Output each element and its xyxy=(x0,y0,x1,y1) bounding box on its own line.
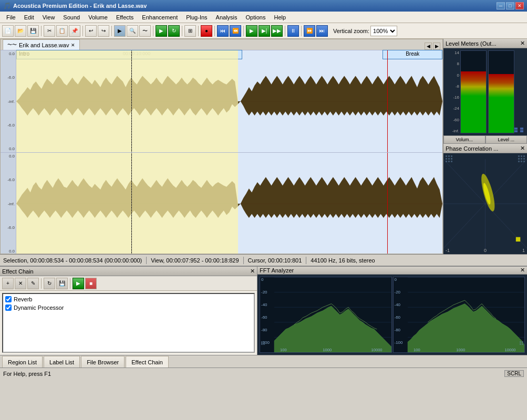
effect-dynamic-processor-checkbox[interactable] xyxy=(5,304,12,311)
track1-waveform[interactable] xyxy=(16,50,442,152)
main-tab[interactable]: 〜〜 Erik and Lasse.wav ✕ xyxy=(3,39,80,50)
window-controls[interactable]: ─ □ ✕ xyxy=(497,2,524,9)
menu-options[interactable]: Options xyxy=(242,13,270,22)
close-button[interactable]: ✕ xyxy=(515,2,524,9)
toolbar-play[interactable]: ▶ xyxy=(156,25,167,37)
waveform-area: 〜〜 Erik and Lasse.wav ✕ ◀ ▶ 00:00:10:000… xyxy=(0,39,443,254)
vertical-zoom-select[interactable]: 100% 200% 50% xyxy=(370,26,397,36)
effect-save-btn[interactable]: 💾 xyxy=(56,278,68,289)
toolbar-pause[interactable]: ⏸ xyxy=(287,25,299,37)
right-panels: Level Meters (Out... ✕ 14 8 0 -8 -16 -24… xyxy=(443,39,527,254)
toolbar-play2[interactable]: ▶ xyxy=(246,25,257,37)
svg-text:10000: 10000 xyxy=(371,348,383,352)
menu-enhancement[interactable]: Enhancement xyxy=(138,13,182,22)
bottom-tab-label-list[interactable]: Label List xyxy=(44,356,80,368)
phase-label-center: 0 xyxy=(484,248,487,253)
toolbar-select[interactable]: ▶ xyxy=(114,25,126,37)
fft-close[interactable]: ✕ xyxy=(520,267,525,274)
toolbar-open[interactable]: 📂 xyxy=(15,25,26,37)
toolbar-envelope[interactable]: 〜 xyxy=(139,25,151,37)
effect-list: Reverb Dynamic Processor xyxy=(2,293,255,353)
toolbar-play-loop[interactable]: ↻ xyxy=(168,25,180,37)
bottom-tab-effect-chain[interactable]: Effect Chain xyxy=(126,356,169,368)
toolbar-sep9 xyxy=(285,26,285,36)
meter-tab-level[interactable]: Level ... xyxy=(485,135,528,144)
bottom-tab-file-browser[interactable]: File Browser xyxy=(81,356,125,368)
toolbar-undo[interactable]: ↩ xyxy=(85,25,97,37)
meter-grid-right xyxy=(514,50,525,133)
tab-label: Erik and Lasse.wav xyxy=(19,42,69,48)
menu-sound[interactable]: Sound xyxy=(59,13,84,22)
toolbar-save[interactable]: 💾 xyxy=(27,25,39,37)
phase-svg xyxy=(443,153,527,254)
toolbar-redo[interactable]: ↪ xyxy=(98,25,109,37)
toolbar-sep10 xyxy=(301,26,302,36)
menu-analysis[interactable]: Analysis xyxy=(212,13,242,22)
menu-help[interactable]: Help xyxy=(270,13,290,22)
cursor-line-2 xyxy=(131,153,132,254)
meter-tab-bar: Volum... Level ... xyxy=(443,135,527,144)
effect-play-btn[interactable]: ▶ xyxy=(73,278,84,289)
fft-right-grid-dots xyxy=(520,341,523,345)
effect-reverb-label: Reverb xyxy=(14,296,32,302)
effect-reverb-checkbox[interactable] xyxy=(5,296,12,302)
track2-waveform[interactable] xyxy=(16,153,442,254)
status-view: View, 00:00:07:952 - 00:00:18:829 xyxy=(151,257,239,264)
toolbar-rewind[interactable]: ⏪ xyxy=(230,25,241,37)
status-sep1 xyxy=(146,257,147,264)
effect-chain-panel: Effect Chain ✕ + ✕ ✎ ↻ 💾 ▶ ■ Reverb Dyna… xyxy=(0,267,257,355)
effect-chain-header: Effect Chain ✕ xyxy=(0,267,257,276)
menu-bar: File Edit View Sound Volume Effects Enha… xyxy=(0,12,527,23)
toolbar-ff-end[interactable]: ⏭ xyxy=(316,25,328,37)
toolbar-record[interactable]: ● xyxy=(201,25,212,37)
toolbar-copy[interactable]: 📋 xyxy=(56,25,68,37)
toolbar-rewind-start[interactable]: ⏮ xyxy=(217,25,229,37)
effect-chain-close[interactable]: ✕ xyxy=(250,268,255,275)
level-meters-header: Level Meters (Out... ✕ xyxy=(443,39,527,48)
effect-remove-btn[interactable]: ✕ xyxy=(15,278,26,289)
menu-volume[interactable]: Volume xyxy=(84,13,112,22)
fft-graph-left: 0 -20 -40 -60 -80 -100 xyxy=(260,277,392,353)
phase-close[interactable]: ✕ xyxy=(520,145,525,152)
app-title-area: 🎵 Acoustica Premium Edition - Erik and L… xyxy=(3,2,147,9)
minimize-button[interactable]: ─ xyxy=(497,2,505,9)
toolbar-ff[interactable]: ⏩ xyxy=(304,25,315,37)
effect-refresh-btn[interactable]: ↻ xyxy=(44,278,55,289)
scrl-indicator: SCRL xyxy=(504,370,524,377)
maximize-button[interactable]: □ xyxy=(506,2,514,9)
meter-tab-volume[interactable]: Volum... xyxy=(443,135,485,144)
tab-close-button[interactable]: ✕ xyxy=(71,43,75,48)
effect-edit-btn[interactable]: ✎ xyxy=(27,278,39,289)
tab-next[interactable]: ▶ xyxy=(433,43,440,50)
toolbar-play-sel[interactable]: ▶| xyxy=(259,25,270,37)
menu-file[interactable]: File xyxy=(2,13,20,22)
toolbar-new[interactable]: 📄 xyxy=(2,25,14,37)
app-title: Acoustica Premium Edition - Erik and Las… xyxy=(13,3,147,9)
toolbar-grid[interactable]: ⊞ xyxy=(184,25,196,37)
menu-effects[interactable]: Effects xyxy=(112,13,138,22)
dots-grid xyxy=(514,128,525,132)
effect-add-btn[interactable]: + xyxy=(2,278,14,289)
phase-header: Phase Correlation ... ✕ xyxy=(443,144,527,153)
highlight-region-1 xyxy=(16,50,238,152)
meter-bar-right xyxy=(488,50,514,133)
bottom-tab-region-list[interactable]: Region List xyxy=(2,356,43,368)
bottom-tab-bar: Region List Label List File Browser Effe… xyxy=(0,355,527,368)
menu-view[interactable]: View xyxy=(38,13,59,22)
svg-text:1000: 1000 xyxy=(456,348,465,352)
toolbar-play3[interactable]: ▶▶ xyxy=(271,25,283,37)
menu-plugins[interactable]: Plug-Ins xyxy=(182,13,211,22)
fft-right-svg: 100 1000 10000 xyxy=(394,277,525,352)
menu-edit[interactable]: Edit xyxy=(20,13,38,22)
effect-stop-btn[interactable]: ■ xyxy=(85,278,97,289)
toolbar-cut[interactable]: ✂ xyxy=(44,25,55,37)
toolbar-zoom-in[interactable]: 🔍 xyxy=(127,25,138,37)
red-cursor-1 xyxy=(387,50,388,152)
tab-prev[interactable]: ◀ xyxy=(425,43,432,50)
phase-content: -1 0 1 xyxy=(443,153,527,254)
toolbar-paste[interactable]: 📌 xyxy=(69,25,80,37)
app-icon: 🎵 xyxy=(3,2,11,9)
phase-label-left: -1 xyxy=(446,248,450,253)
level-meters-close[interactable]: ✕ xyxy=(520,40,525,47)
effect-dynamic-processor-label: Dynamic Processor xyxy=(14,304,64,311)
